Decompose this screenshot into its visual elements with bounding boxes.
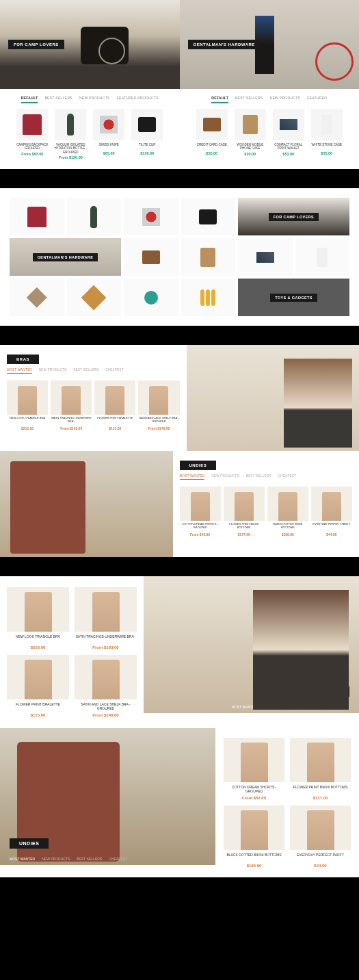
tile-wallet[interactable] (238, 238, 293, 276)
bras-tabs: MOST WANTED NEW PRODUCTS BEST SELLERS CH… (232, 705, 349, 709)
tab-bestsellers[interactable]: BEST SELLERS (235, 96, 263, 103)
hero-hardware[interactable]: GENTALMAN'S HARDWARE (180, 0, 360, 89)
tab-bestsellers[interactable]: BEST SELLERS (77, 857, 102, 861)
product-card[interactable]: VACUUM ISOLATED HYDRATION BOTTLE - GROUP… (53, 109, 88, 159)
product-card[interactable]: SATIN TRACINGS UNDERWIRE BRA -From $163.… (51, 381, 92, 430)
tab-mostwanted[interactable]: MOST WANTED (232, 705, 257, 709)
tab-cheapest[interactable]: CHEAPEST (331, 705, 349, 709)
product-card[interactable]: TILITE CUP$120.00 (129, 109, 165, 159)
tab-cheapest[interactable]: CHEAPEST (105, 368, 124, 374)
bras-hero[interactable] (187, 345, 360, 451)
bras-title: BRAS (7, 354, 39, 364)
model-icon (235, 492, 254, 521)
model-icon (149, 386, 168, 415)
tile-camp-category[interactable]: FOR CAMP LOVERS (238, 198, 349, 235)
tile-stonecase[interactable] (295, 238, 350, 276)
product-card[interactable]: BLACK DOTTED BIKINI BOTTOMS$196.00 (224, 805, 284, 868)
product-card[interactable]: EVERYDAY PERFECT PANTY$44.00 (290, 805, 351, 868)
tab-new[interactable]: NEW PRODUCTS (211, 474, 239, 480)
product-card[interactable]: CAMPING BACKPACK GROUPEDFrom $83.00 (14, 109, 50, 159)
tab-cheapest[interactable]: CHEAPEST (109, 857, 127, 861)
product-card[interactable]: COMPACT FLORAL PRINT WALLET$53.00 (271, 109, 306, 159)
product-name: EVERYDAY PERFECT PANTY (311, 523, 352, 531)
product-price: $44.00 (311, 532, 352, 537)
product-card[interactable]: FLOWER PRINT BRALETTE$115.00 (7, 655, 69, 717)
product-card[interactable]: BLACK DOTTED BIKINI BOTTOMS$196.00 (267, 487, 308, 537)
tile-cardcase[interactable] (124, 238, 178, 276)
product-price: $196.00 (224, 864, 284, 868)
product-price: From $83.00 (14, 152, 50, 156)
undies-hero[interactable] (0, 451, 173, 557)
product-price: $115.00 (7, 713, 69, 717)
product-name: CREDIT CARD CASE (194, 143, 230, 150)
tab-cheapest[interactable]: CHEAPEST (278, 474, 297, 480)
model-icon (25, 660, 52, 699)
product-card[interactable]: SATIN TRACINGS UNDERWIRE BRA -From $163.… (75, 587, 137, 649)
product-card[interactable]: NEW LOOK TRIANGLE BRA$216.00 (7, 587, 69, 649)
tab-bestsellers[interactable]: BEST SELLERS (299, 705, 324, 709)
tab-new[interactable]: NEW PRODUCTS (270, 96, 301, 103)
product-name: WOODEN MOBILE PHONE CASE (232, 143, 268, 151)
tab-new[interactable]: NEW PRODUCTS (42, 857, 70, 861)
bras-hero[interactable]: BRAS MOST WANTED NEW PRODUCTS BEST SELLE… (144, 576, 359, 713)
tab-new[interactable]: NEW PRODUCTS (79, 96, 110, 103)
product-card[interactable]: FLOWER PRINT BIKINI BOTTOMS$177.00 (224, 487, 265, 537)
tile-soda[interactable] (181, 279, 236, 316)
wallet-icon (256, 252, 274, 263)
tab-mostwanted[interactable]: MOST WANTED (7, 368, 32, 374)
tab-mostwanted[interactable]: MOST WANTED (180, 474, 205, 480)
product-card[interactable]: SATIN AND LACE SHELF BRA - GROUPEDFrom $… (138, 381, 179, 430)
product-card[interactable]: COTTON DREAM SHORTS - GROUPEDFrom $42.00 (180, 487, 221, 537)
tab-mostwanted[interactable]: MOST WANTED (10, 857, 35, 861)
product-name: NEW LOOK TRIANGLE BRA (7, 634, 69, 644)
model-icon (92, 592, 120, 632)
product-card[interactable]: WOODEN MOBILE PHONE CASE$20.00 (232, 109, 268, 159)
product-card[interactable]: FLOWER PRINT BRALETTE$115.00 (94, 381, 135, 430)
product-card[interactable]: WHITE STONE CASE$55.00 (309, 109, 345, 159)
product-card[interactable]: NEW LOOK TRIANGLE BRA$216.00 (7, 381, 48, 430)
tab-new[interactable]: NEW PRODUCTS (39, 368, 67, 374)
tile-bottle[interactable] (67, 198, 122, 235)
product-name: FLOWER PRINT BIKINI BOTTOMS (290, 785, 351, 795)
tile-tiefighter[interactable] (10, 279, 64, 316)
product-card[interactable]: COTTON DREAM SHORTS - GROUPEDFrom $52.00 (224, 738, 284, 800)
tab-default[interactable]: DEFAULT (211, 96, 228, 103)
product-price: From $146.00 (138, 426, 179, 430)
product-name: COTTON DREAM SHORTS - GROUPED (224, 785, 284, 795)
hero-camp[interactable]: FOR CAMP LOVERS (0, 0, 180, 89)
tile-puzzle[interactable] (67, 279, 122, 316)
product-card[interactable]: SATIN AND LACE SHELF BRA - GROUPEDFrom $… (75, 655, 137, 717)
undies-products: COTTON DREAM SHORTS - GROUPEDFrom $42.00… (180, 487, 353, 537)
woodcase-icon (200, 248, 215, 267)
undies-hero[interactable]: UNDIES MOST WANTED NEW PRODUCTS BEST SEL… (0, 728, 215, 865)
tab-new[interactable]: NEW PRODUCTS (264, 705, 292, 709)
tiefighter-icon (27, 287, 47, 308)
cup-icon (199, 209, 217, 224)
tile-backpack[interactable] (10, 198, 64, 235)
hero-camp-label: FOR CAMP LOVERS (8, 40, 64, 49)
product-card[interactable]: FLOWER PRINT BIKINI BOTTOMS$117.00 (290, 738, 351, 800)
tile-cup[interactable] (181, 198, 236, 235)
tab-featured[interactable]: FEATURED PRODUCTS (117, 96, 159, 103)
product-price: $53.00 (271, 152, 306, 156)
product-price: $44.00 (290, 864, 351, 868)
tab-bestsellers[interactable]: BEST SELLERS (246, 474, 271, 480)
tab-bestsellers[interactable]: BEST SELLERS (44, 96, 72, 103)
product-card[interactable]: SWISS KNIFE$65.00 (91, 109, 127, 159)
tab-bestsellers[interactable]: BEST SELLERS (73, 368, 98, 374)
product-name: VACUUM ISOLATED HYDRATION BOTTLE - GROUP… (53, 143, 88, 154)
product-card[interactable]: EVERYDAY PERFECT PANTY$44.00 (311, 487, 352, 537)
product-price: $216.00 (7, 645, 69, 649)
tile-toys-category[interactable]: TOYS & GADGETS (238, 279, 349, 316)
tile-pingpong[interactable] (124, 279, 178, 316)
product-price: From $120.00 (53, 155, 88, 159)
woodcase-icon (243, 115, 258, 134)
tile-woodcase[interactable] (181, 238, 236, 276)
puzzle-icon (81, 285, 107, 310)
tab-default[interactable]: DEFAULT (21, 96, 38, 103)
tile-knife[interactable] (124, 198, 178, 235)
tile-hardware-category[interactable]: GENTALMAN'S HARDWARE (10, 238, 121, 276)
product-name: FLOWER PRINT BRALETTE (94, 417, 135, 425)
product-card[interactable]: CREDIT CARD CASE$55.00 (194, 109, 230, 159)
tab-featured[interactable]: FEATURED (307, 96, 327, 103)
